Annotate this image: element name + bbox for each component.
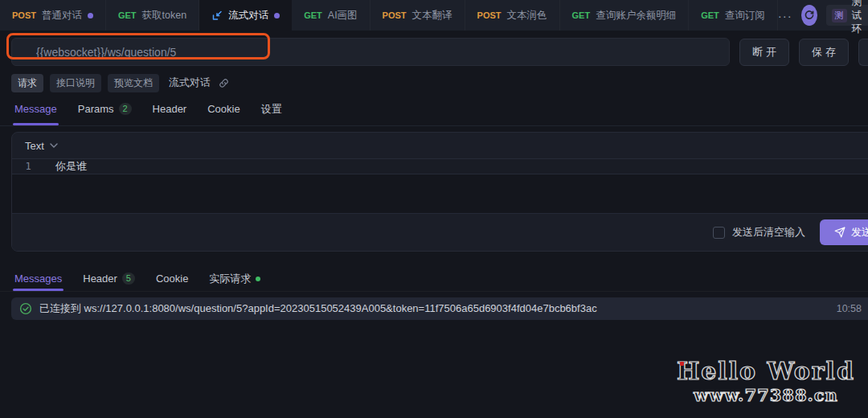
- tab-response-header[interactable]: Header 5: [83, 266, 135, 291]
- clear-after-send-checkbox: [713, 227, 725, 239]
- watermark-red-dot: [680, 362, 684, 366]
- response-tabs: Messages Header 5 Cookie 实际请求: [0, 266, 868, 292]
- method-label: POST: [477, 10, 502, 20]
- api-description-pill[interactable]: 接口说明: [50, 74, 101, 92]
- tab-settings[interactable]: 设置: [261, 92, 282, 125]
- clear-after-send-label: 发送后清空输入: [732, 225, 805, 240]
- tab-label: 文本润色: [507, 9, 547, 23]
- method-label: GET: [572, 10, 591, 20]
- tab-label: AI画图: [328, 9, 358, 23]
- api-tab-polish[interactable]: POST 文本润色: [465, 0, 560, 31]
- request-bar: {{websocket}}/ws/question/5 断开 保存: [0, 31, 868, 72]
- api-tab-ai-draw[interactable]: GET AI画图: [292, 0, 370, 31]
- disconnect-button[interactable]: 断开: [739, 39, 789, 66]
- message-editor[interactable]: 1 你是谁: [12, 158, 868, 213]
- unsaved-dot: [88, 13, 93, 18]
- tab-label: 普通对话: [42, 9, 82, 23]
- method-label: GET: [118, 10, 137, 20]
- url-value: {{websocket}}/ws/question/5: [36, 46, 176, 59]
- request-tabs: Message Params 2 Header Cookie 设置: [0, 92, 868, 126]
- method-label: GET: [701, 10, 719, 20]
- link-icon[interactable]: [219, 78, 229, 88]
- tab-response-cookie[interactable]: Cookie: [156, 266, 188, 291]
- api-tab-bar: POST 普通对话 GET 获取token 流式对话 GET AI画图 POS: [0, 0, 868, 31]
- preview-doc-pill[interactable]: 预览文档: [108, 74, 159, 92]
- tab-label: 文本翻译: [412, 9, 452, 23]
- status-dot: [256, 277, 260, 281]
- watermark-line1: Hello World: [677, 358, 855, 386]
- editor-content: 你是谁: [44, 159, 87, 174]
- api-tab-normal-chat[interactable]: POST 普通对话: [0, 0, 106, 31]
- tab-label: 流式对话: [228, 9, 268, 23]
- message-row-connected[interactable]: 已连接到 ws://127.0.0.1:8080/ws/question/5?a…: [11, 297, 868, 320]
- tab-message[interactable]: Message: [14, 92, 57, 125]
- api-tab-get-token[interactable]: GET 获取token: [106, 0, 199, 31]
- websocket-icon: [211, 10, 223, 21]
- editor-footer: 发送后清空输入 发送: [12, 213, 868, 251]
- editor-header: Text: [12, 133, 868, 158]
- tab-params[interactable]: Params 2: [78, 92, 132, 125]
- tab-label: 获取token: [142, 9, 187, 23]
- watermark: Hello World www.77388.cn: [677, 358, 855, 405]
- method-label: GET: [304, 10, 322, 20]
- api-tab-balance-detail[interactable]: GET 查询账户余额明细: [560, 0, 690, 31]
- message-text: 已连接到 ws://127.0.0.1:8080/ws/question/5?a…: [39, 301, 597, 316]
- api-doc-title: 流式对话: [169, 76, 211, 90]
- tab-messages[interactable]: Messages: [14, 266, 62, 291]
- chevron-down-icon: [50, 143, 58, 148]
- editor-line[interactable]: 1 你是谁: [12, 158, 868, 174]
- clear-after-send-toggle[interactable]: 发送后清空输入: [713, 225, 805, 240]
- tab-actual-request[interactable]: 实际请求: [209, 266, 260, 291]
- check-circle-icon: [19, 302, 32, 315]
- more-tabs-icon[interactable]: ···: [778, 10, 792, 22]
- message-editor-panel: Text 1 你是谁 发送后清空输入 发送: [11, 132, 868, 252]
- params-count-badge: 2: [119, 103, 132, 115]
- api-tab-stream-chat[interactable]: 流式对话: [199, 0, 292, 31]
- meta-row: 请求 接口说明 预览文档 流式对话: [0, 72, 868, 92]
- header-count-badge: 5: [122, 273, 135, 285]
- request-pill[interactable]: 请求: [11, 74, 43, 92]
- app-window: POST 普通对话 GET 获取token 流式对话 GET AI画图 POS: [0, 0, 868, 418]
- tab-cookie[interactable]: Cookie: [207, 92, 240, 125]
- watermark-line2: www.77388.cn: [677, 386, 855, 405]
- tab-label: 查询账户余额明细: [596, 9, 676, 23]
- send-icon: [834, 227, 845, 238]
- method-label: POST: [383, 10, 407, 20]
- message-time: 10:58: [837, 303, 863, 314]
- environment-badge: 测: [832, 9, 847, 23]
- method-label: POST: [12, 10, 36, 20]
- clipped-button[interactable]: [858, 39, 868, 66]
- tab-label: 查询订阅: [725, 9, 765, 23]
- send-button[interactable]: 发送: [820, 219, 868, 245]
- unsaved-dot: [274, 13, 280, 18]
- environment-selector[interactable]: 测 测试环: [826, 5, 868, 26]
- url-input[interactable]: {{websocket}}/ws/question/5: [11, 38, 730, 66]
- sync-icon[interactable]: [801, 5, 817, 26]
- save-button[interactable]: 保存: [799, 39, 849, 66]
- api-tab-translate[interactable]: POST 文本翻译: [371, 0, 465, 31]
- tab-header[interactable]: Header: [153, 92, 187, 125]
- line-number: 1: [12, 161, 44, 172]
- tabbar-right-group: ··· 测 测试环: [778, 0, 868, 31]
- editor-mode-select[interactable]: Text: [25, 140, 44, 152]
- api-tab-subscription[interactable]: GET 查询订阅: [689, 0, 778, 31]
